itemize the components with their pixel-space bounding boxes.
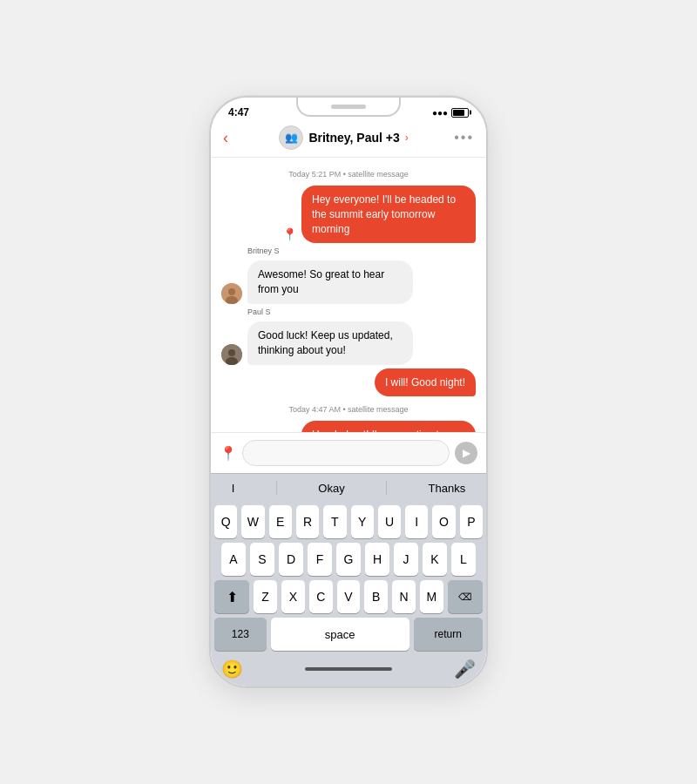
nav-title: Britney, Paul +3: [308, 131, 399, 145]
status-time: 4:47: [228, 106, 249, 118]
nav-bar: ‹ 👥 Britney, Paul +3 › •••: [211, 122, 486, 158]
avatar-paul: [221, 344, 242, 365]
location-icon-1: 📍: [281, 226, 298, 243]
keyboard-row-3: ⬆ Z X C V B N M ⌫: [214, 580, 483, 613]
bubble-incoming-britney: Awesome! So great to hear from you: [247, 260, 413, 304]
key-c[interactable]: C: [309, 580, 333, 613]
timestamp-2: Today 4:47 AM • satellite message: [221, 405, 476, 414]
avatar-britney: [221, 283, 242, 304]
sender-name-paul: Paul S: [247, 308, 476, 316]
key-a[interactable]: A: [221, 543, 246, 576]
keyboard-row-1: Q W E R T Y U I O P: [214, 505, 483, 538]
key-y[interactable]: Y: [351, 505, 374, 538]
suggestion-divider-1: [276, 481, 277, 495]
input-area: 📍 ▶: [211, 432, 486, 473]
key-numbers[interactable]: 123: [214, 618, 267, 651]
key-d[interactable]: D: [279, 543, 303, 576]
key-w[interactable]: W: [241, 505, 264, 538]
suggestion-okay[interactable]: Okay: [318, 482, 344, 495]
message-outgoing-1: 📍 Hey everyone! I'll be headed to the su…: [221, 186, 476, 243]
message-incoming-britney: Awesome! So great to hear from you: [221, 260, 476, 304]
signal-icon: ●●●: [432, 108, 448, 118]
key-n[interactable]: N: [392, 580, 416, 613]
key-s[interactable]: S: [250, 543, 274, 576]
bubble-outgoing-1: Hey everyone! I'll be headed to the summ…: [301, 186, 476, 243]
key-b[interactable]: B: [364, 580, 388, 613]
key-space[interactable]: space: [271, 618, 409, 651]
group-avatar: 👥: [279, 125, 303, 150]
input-location-icon: 📍: [220, 445, 237, 462]
key-o[interactable]: O: [432, 505, 455, 538]
avatar-britney-image: [221, 283, 242, 304]
key-e[interactable]: E: [269, 505, 292, 538]
key-i[interactable]: I: [405, 505, 428, 538]
key-m[interactable]: M: [420, 580, 443, 613]
message-outgoing-2: I will! Good night!: [221, 368, 476, 397]
key-j[interactable]: J: [394, 543, 418, 576]
key-r[interactable]: R: [296, 505, 319, 538]
message-incoming-paul: Good luck! Keep us updated, thinking abo…: [221, 321, 476, 365]
timestamp-1: Today 5:21 PM • satellite message: [221, 170, 476, 179]
svg-point-4: [228, 349, 235, 356]
nav-center: 👥 Britney, Paul +3 ›: [233, 125, 454, 150]
key-delete[interactable]: ⌫: [448, 580, 483, 613]
notch: [296, 98, 401, 117]
back-button[interactable]: ‹: [223, 127, 233, 149]
chat-area: Today 5:21 PM • satellite message 📍 Hey …: [211, 158, 486, 432]
suggestion-i[interactable]: I: [232, 482, 235, 495]
bubble-outgoing-3: Headed out! I'm expecting to reach the s…: [301, 421, 476, 432]
battery-icon: [451, 108, 469, 118]
sender-name-britney: Britney S: [247, 247, 476, 255]
message-input[interactable]: [242, 440, 450, 466]
suggestions-bar: I Okay Thanks: [211, 473, 486, 502]
keyboard-row-4: 123 space return: [214, 618, 483, 651]
keyboard-row-2: A S D F G H J K L: [214, 543, 483, 576]
keyboard-bottom: 🙂 🎤: [214, 655, 483, 685]
more-icon[interactable]: •••: [454, 130, 474, 145]
bubble-outgoing-2: I will! Good night!: [375, 368, 476, 397]
key-q[interactable]: Q: [214, 505, 237, 538]
bubble-incoming-paul: Good luck! Keep us updated, thinking abo…: [247, 321, 413, 365]
speaker: [331, 105, 366, 109]
key-shift[interactable]: ⬆: [214, 580, 249, 613]
key-return[interactable]: return: [414, 618, 483, 651]
suggestion-divider-2: [386, 481, 387, 495]
phone-frame: 4:47 ●●● ‹ 👥 Britney, Paul +3 › ••• Toda…: [209, 96, 488, 688]
key-x[interactable]: X: [281, 580, 305, 613]
key-k[interactable]: K: [423, 543, 447, 576]
key-l[interactable]: L: [451, 543, 476, 576]
key-v[interactable]: V: [337, 580, 361, 613]
nav-chevron-icon[interactable]: ›: [405, 132, 409, 144]
send-button[interactable]: ▶: [455, 442, 477, 464]
key-t[interactable]: T: [323, 505, 346, 538]
home-bar: [305, 667, 392, 671]
message-outgoing-3: 📍 Headed out! I'm expecting to reach the…: [221, 421, 476, 432]
status-icons: ●●●: [432, 108, 469, 118]
suggestion-thanks[interactable]: Thanks: [429, 482, 466, 495]
key-p[interactable]: P: [460, 505, 483, 538]
key-z[interactable]: Z: [254, 580, 277, 613]
svg-point-1: [228, 288, 235, 295]
status-bar: 4:47 ●●●: [211, 98, 486, 122]
key-g[interactable]: G: [336, 543, 361, 576]
keyboard: Q W E R T Y U I O P A S D F G H J K L ⬆ …: [211, 502, 486, 686]
battery-fill: [453, 110, 464, 116]
key-u[interactable]: U: [378, 505, 401, 538]
send-icon: ▶: [463, 447, 470, 459]
key-h[interactable]: H: [365, 543, 389, 576]
key-f[interactable]: F: [308, 543, 332, 576]
group-avatar-icon: 👥: [285, 132, 298, 144]
avatar-paul-image: [221, 344, 242, 365]
emoji-icon[interactable]: 🙂: [221, 659, 243, 679]
microphone-icon[interactable]: 🎤: [454, 659, 476, 679]
